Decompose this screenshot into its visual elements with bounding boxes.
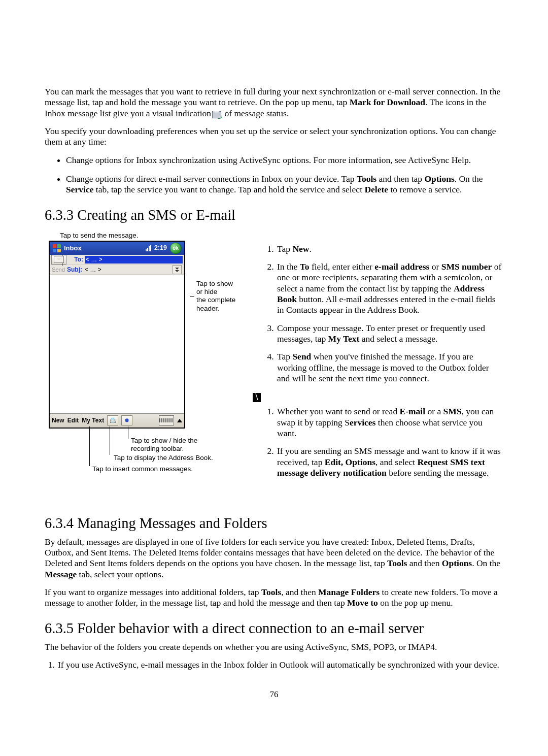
clock: 2:19 bbox=[154, 244, 167, 252]
message-label: Message bbox=[45, 569, 77, 579]
text: tab, select your options. bbox=[77, 569, 163, 579]
text: Tap to insert common messages. bbox=[92, 465, 193, 473]
services-label: ervices bbox=[350, 417, 376, 428]
annot-right: Tap to show or hide the complete header. bbox=[190, 280, 237, 313]
text: field, enter either bbox=[310, 261, 375, 272]
text: of message status. bbox=[222, 108, 289, 118]
annot-top: Tap to send the message. bbox=[60, 232, 237, 240]
ok-button[interactable]: ok bbox=[170, 243, 181, 254]
text: tab, tap the service you want to change.… bbox=[93, 184, 364, 194]
start-icon[interactable] bbox=[53, 244, 61, 252]
send-label: Send bbox=[292, 351, 311, 361]
text: Tap bbox=[277, 244, 292, 254]
to-label: To bbox=[300, 261, 310, 272]
text: If you want to organize messages into ad… bbox=[45, 587, 261, 597]
mark-for-download-label: Mark for Download bbox=[350, 97, 425, 107]
text: . bbox=[309, 244, 311, 254]
screenshot-annotated: Tap to send the message. Inbox 2:19 ok T… bbox=[45, 232, 237, 489]
li-635-1: If you use ActiveSync, e-mail messages i… bbox=[57, 660, 503, 670]
text: button. All e-mail addresses entered in … bbox=[277, 294, 496, 315]
note-1: Whether you want to send or read E-mail … bbox=[276, 406, 503, 439]
step-2: In the To field, enter either e-mail add… bbox=[276, 261, 503, 316]
page-number: 76 bbox=[0, 689, 548, 700]
service-label: Service bbox=[66, 184, 93, 194]
text: Tap to display the Address Book. bbox=[114, 454, 213, 462]
bullet-direct-email: Change options for direct e-mail server … bbox=[66, 174, 503, 195]
compose-header: To: < … > Send Subj: < … > bbox=[50, 255, 184, 275]
text: the complete header. bbox=[196, 296, 235, 312]
record-toolbar-icon[interactable]: ⏺ bbox=[121, 415, 132, 425]
intro-paragraph-2: You specify your downloading preferences… bbox=[45, 126, 503, 148]
p635-1: The behavior of the folders you create d… bbox=[45, 642, 503, 652]
text: recording toolbar. bbox=[131, 445, 184, 452]
email-label: E-mail bbox=[400, 406, 426, 416]
step-1: Tap New. bbox=[276, 244, 503, 254]
send-button[interactable] bbox=[51, 255, 66, 265]
annot-under: Tap to show / hide the recording toolbar… bbox=[49, 429, 237, 489]
sms-number-label: SMS number bbox=[441, 261, 492, 272]
text: , and select bbox=[375, 457, 418, 467]
tools-label: Tools bbox=[261, 587, 281, 597]
text: and then bbox=[407, 558, 442, 568]
text: Tap bbox=[277, 351, 292, 361]
mytext-label: My Text bbox=[328, 334, 360, 344]
manage-folders-label: Manage Folders bbox=[318, 587, 380, 597]
header-toggle-icon[interactable] bbox=[173, 265, 182, 274]
address-book-icon[interactable]: 📇 bbox=[107, 415, 118, 425]
text: Tap to show / hide the bbox=[131, 437, 197, 444]
text: . On the bbox=[472, 558, 500, 568]
sip-up-icon[interactable] bbox=[177, 419, 182, 422]
list-635: If you use ActiveSync, e-mail messages i… bbox=[45, 660, 503, 670]
note-icon: \ bbox=[253, 393, 261, 402]
text: to remove a service. bbox=[388, 184, 462, 194]
step-4: Tap Send when you've finished the messag… bbox=[276, 351, 503, 384]
message-body[interactable] bbox=[50, 275, 184, 413]
sms-label: SMS bbox=[443, 406, 462, 416]
heading-634: 6.3.4 Managing Messages and Folders bbox=[45, 515, 503, 533]
heading-633: 6.3.3 Creating an SMS or E-mail bbox=[45, 207, 503, 224]
text: or a bbox=[425, 406, 443, 416]
menu-mytext[interactable]: My Text bbox=[82, 417, 104, 424]
note-2: If you are sending an SMS message and wa… bbox=[276, 446, 503, 478]
text: on the pop up menu. bbox=[378, 598, 453, 608]
menu-edit[interactable]: Edit bbox=[67, 417, 79, 424]
options-label: Options bbox=[424, 174, 454, 184]
new-label: New bbox=[292, 244, 309, 254]
options-label: Options bbox=[442, 558, 472, 568]
envelope-icon bbox=[54, 256, 64, 263]
edit-options-label: Edit, Options bbox=[325, 457, 375, 467]
to-field[interactable]: < … > bbox=[85, 256, 183, 264]
text: Tap to show or hide bbox=[196, 280, 233, 295]
text: before sending the message. bbox=[387, 468, 489, 478]
send-label: Send bbox=[51, 267, 65, 273]
notes-633: Whether you want to send or read E-mail … bbox=[253, 406, 503, 478]
step-3: Compose your message. To enter preset or… bbox=[276, 323, 503, 345]
app-title: Inbox bbox=[64, 244, 82, 252]
p634-1: By default, messages are displayed in on… bbox=[45, 537, 503, 580]
intro-paragraph-1: You can mark the messages that you want … bbox=[45, 86, 503, 119]
delete-label: Delete bbox=[364, 184, 388, 194]
inbox-status-icon bbox=[212, 111, 221, 118]
menu-new[interactable]: New bbox=[52, 417, 64, 424]
steps-633: Tap New. In the To field, enter either e… bbox=[253, 244, 503, 384]
signal-icon bbox=[146, 245, 151, 251]
heading-635: 6.3.5 Folder behavior with a direct conn… bbox=[45, 620, 503, 638]
subj-field[interactable]: < … > bbox=[84, 266, 171, 274]
bottom-toolbar: New Edit My Text 📇 ⏺ bbox=[50, 413, 184, 428]
keyboard-icon[interactable] bbox=[159, 415, 174, 425]
text: or bbox=[429, 261, 441, 272]
tools-label: Tools bbox=[357, 174, 376, 184]
email-address-label: e-mail address bbox=[374, 261, 429, 272]
bullet-activesync: Change options for Inbox synchronization… bbox=[66, 155, 503, 166]
device-screenshot: Inbox 2:19 ok To: < … > Send Subj: bbox=[49, 241, 185, 429]
move-to-label: Move to bbox=[347, 598, 378, 608]
text: Whether you want to send or read bbox=[277, 406, 400, 416]
tools-label: Tools bbox=[387, 558, 407, 568]
to-label: To: bbox=[68, 256, 83, 264]
text: . On the bbox=[455, 174, 483, 184]
text: and then tap bbox=[376, 174, 424, 184]
text: , and then bbox=[281, 587, 318, 597]
subj-label: Subj: bbox=[67, 266, 82, 274]
intro-bullet-list: Change options for Inbox synchronization… bbox=[45, 155, 503, 195]
text: and select a message. bbox=[359, 334, 437, 344]
